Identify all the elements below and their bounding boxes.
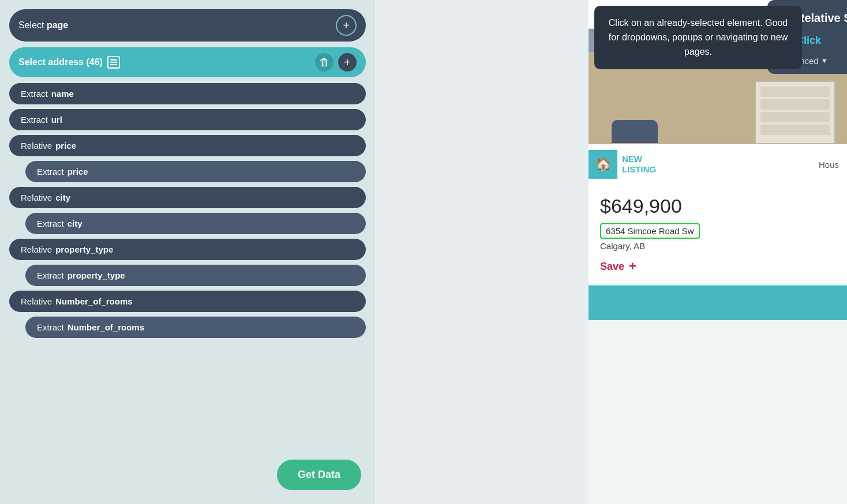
get-data-button[interactable]: Get Data	[277, 460, 361, 490]
select-page-bold: page	[47, 20, 68, 30]
item-label: price	[55, 141, 76, 151]
item-label: city	[68, 219, 83, 228]
list-line	[110, 62, 117, 63]
extract-url-row[interactable]: Extract url	[9, 109, 366, 130]
info-box: Click on an already-selected element. Go…	[594, 6, 802, 69]
extract-city-row[interactable]: Extract city	[25, 213, 366, 234]
item-label: property_type	[68, 270, 125, 280]
listing-address: 6354 Simcoe Road Sw	[600, 223, 700, 239]
items-list: Extract name Extract url Relative price …	[9, 83, 366, 338]
item-label: property_type	[55, 245, 113, 254]
tooltip-container: ⊞ Relative Select ☜ Click Advanced ▾	[750, 0, 847, 504]
select-page-label: Select page	[18, 20, 68, 31]
list-line	[110, 64, 117, 65]
select-address-bold: address	[48, 57, 84, 67]
item-label: Number_of_rooms	[68, 322, 144, 332]
tooltip-title-text: Relative Select	[796, 12, 847, 25]
left-panel: Select page + Select address (46) 🗑 + Ex…	[0, 0, 375, 504]
chevron-down-icon: ▾	[822, 55, 827, 66]
select-address-label: Select address (46)	[18, 56, 120, 69]
add-button[interactable]: +	[338, 53, 357, 72]
item-label: url	[51, 115, 62, 125]
item-label: Number_of_rooms	[55, 296, 132, 306]
item-label: city	[55, 193, 70, 202]
list-icon	[107, 56, 120, 69]
relative-price-row[interactable]: Relative price	[9, 135, 366, 156]
extract-number-rooms-row[interactable]: Extract Number_of_rooms	[25, 317, 366, 338]
save-plus-icon: +	[629, 259, 636, 274]
extract-price-row[interactable]: Extract price	[25, 161, 366, 182]
list-line	[110, 59, 117, 61]
item-label: price	[68, 167, 88, 176]
relative-property-type-row[interactable]: Relative property_type	[9, 239, 366, 260]
info-box-text: Click on an already-selected element. Go…	[609, 18, 788, 57]
save-label: Save	[600, 261, 624, 273]
item-label: name	[51, 89, 74, 99]
extract-name-row[interactable]: Extract name	[9, 83, 366, 104]
extract-property-type-row[interactable]: Extract property_type	[25, 265, 366, 286]
new-listing-label: NEW LISTING	[622, 154, 656, 175]
relative-number-rooms-row[interactable]: Relative Number_of_rooms	[9, 291, 366, 312]
select-address-text: Select address (46)	[18, 57, 103, 67]
car-silhouette	[612, 120, 658, 143]
select-address-row[interactable]: Select address (46) 🗑 +	[9, 47, 366, 77]
select-page-plus-button[interactable]: +	[336, 15, 357, 36]
delete-button[interactable]: 🗑	[315, 53, 333, 72]
relative-city-row[interactable]: Relative city	[9, 187, 366, 208]
select-page-row[interactable]: Select page +	[9, 9, 366, 42]
listing-badge-icon: 🏠	[589, 150, 617, 179]
select-address-count: (46)	[86, 57, 102, 67]
address-buttons: 🗑 +	[315, 53, 357, 72]
